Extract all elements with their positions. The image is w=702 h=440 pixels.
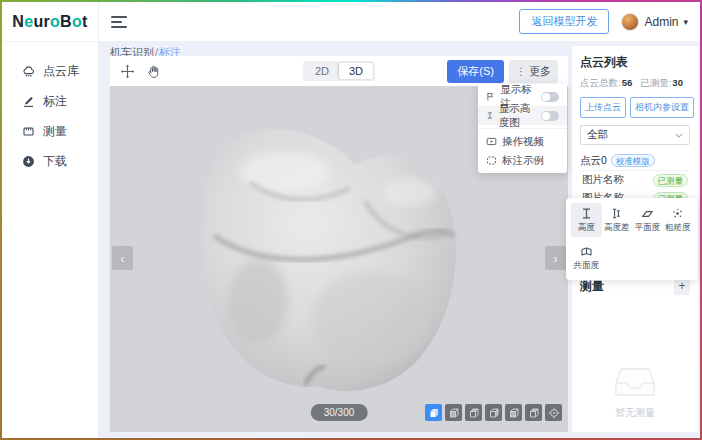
sidebar-nav: 点云库 标注 测量 下载 (2, 42, 98, 176)
mode-3d-button[interactable]: 3D (339, 63, 373, 79)
coplanarity-icon (580, 245, 593, 258)
dots-vertical-icon: ⋮ (516, 66, 526, 77)
panel-stats: 点云总数:56 已测量:30 (580, 77, 690, 90)
chevron-down-icon (675, 133, 683, 138)
cloud-icon (22, 65, 35, 78)
view-orientation-buttons (425, 404, 562, 421)
total-value: 56 (622, 77, 633, 88)
sidebar-item-download[interactable]: 下载 (2, 146, 98, 176)
show-heightmap-toggle[interactable] (541, 111, 559, 121)
tool-roughness[interactable]: 粗糙度 (663, 203, 694, 237)
username: Admin (644, 15, 678, 29)
tool-flatness[interactable]: 平面度 (632, 203, 663, 237)
sidebar-item-measure[interactable]: 测量 (2, 116, 98, 146)
tool-label: 高度 (578, 222, 595, 234)
logo-letter: B (60, 13, 72, 31)
flatness-icon (641, 207, 654, 220)
pointcloud-name: 点云0 (580, 154, 607, 168)
camera-intrinsics-button[interactable]: 相机内参设置 (630, 97, 694, 118)
view-cube-back-button[interactable] (505, 404, 522, 421)
pen-icon (22, 95, 35, 108)
tool-coplanarity[interactable]: 共面度 (571, 241, 602, 275)
sidebar-item-annotate[interactable]: 标注 (2, 86, 98, 116)
menu-item-tutorial-video[interactable]: 操作视频 (478, 132, 567, 151)
measured-tag: 已测量 (653, 174, 689, 187)
tool-label: 高度差 (604, 222, 630, 234)
add-measurement-button[interactable]: + (674, 279, 690, 295)
hand-grab-icon[interactable] (147, 64, 162, 79)
view-cube-side-button[interactable] (485, 404, 502, 421)
recenter-crosshair-button[interactable] (545, 404, 562, 421)
avatar (621, 13, 639, 31)
total-label: 点云总数: (580, 77, 621, 88)
topbar-right: 返回模型开发 Admin ▾ (519, 9, 688, 34)
download-icon (22, 155, 35, 168)
app-window: NeuroBot 点云库 标注 测量 下载 返回模型开发 (2, 2, 700, 438)
viewport-tools (120, 64, 162, 79)
more-dropdown-menu: 显示标注 显示高度图 操作视频 标注示例 (478, 84, 567, 173)
back-to-model-dev-button[interactable]: 返回模型开发 (519, 9, 609, 34)
more-button[interactable]: ⋮ 更多 (509, 60, 558, 83)
tool-height[interactable]: 高度 (571, 203, 602, 237)
view-cube-default-button[interactable] (425, 404, 442, 421)
logo-letter: ur (33, 13, 50, 31)
tool-label: 平面度 (635, 222, 661, 234)
tool-label: 共面度 (574, 260, 600, 272)
tool-label: 粗糙度 (665, 222, 691, 234)
prev-arrow-button[interactable]: ‹ (112, 246, 133, 270)
sidebar-item-label: 测量 (43, 123, 67, 140)
logo-letter: o (50, 13, 60, 31)
empty-state-text: 暂无测量 (572, 406, 698, 420)
panel-buttons: 上传点云 相机内参设置 (580, 97, 690, 118)
sidebar: NeuroBot 点云库 标注 测量 下载 (2, 2, 99, 438)
pointcloud-item[interactable]: 点云0 校准模版 (580, 151, 690, 171)
video-icon (486, 136, 497, 147)
template-tag: 校准模版 (611, 154, 655, 167)
next-arrow-button[interactable]: › (545, 246, 566, 270)
menu-item-show-heightmap[interactable]: 显示高度图 (478, 106, 567, 125)
gradient-frame: NeuroBot 点云库 标注 测量 下载 返回模型开发 (0, 0, 702, 440)
logo-letter: e (24, 13, 33, 31)
more-button-label: 更多 (529, 64, 551, 79)
measure-section-header: 测量 + (580, 278, 690, 295)
logo-letter: N (12, 13, 24, 31)
upload-pointcloud-button[interactable]: 上传点云 (580, 97, 626, 118)
height-icon (580, 207, 593, 220)
image-row[interactable]: 图片名称 已测量 (580, 171, 690, 189)
logo-letter: t (82, 13, 88, 31)
menu-item-label: 标注示例 (502, 154, 544, 168)
toolbar-actions: 保存(S) ⋮ 更多 (447, 60, 558, 83)
view-cube-top-button[interactable] (465, 404, 482, 421)
filter-value: 全部 (587, 128, 608, 142)
view-mode-switch: 2D 3D (303, 61, 375, 81)
filter-select[interactable]: 全部 (580, 125, 690, 145)
save-button[interactable]: 保存(S) (447, 60, 504, 83)
brand-logo: NeuroBot (2, 2, 98, 42)
collapse-sidebar-icon[interactable] (111, 16, 127, 28)
user-menu[interactable]: Admin ▾ (621, 13, 688, 31)
view-cube-bottom-button[interactable] (525, 404, 542, 421)
chevron-down-icon: ▾ (683, 17, 688, 27)
menu-item-label: 操作视频 (502, 135, 544, 149)
measure-tool-popover: 高度 高度差 平面度 粗糙度 共面度 (566, 198, 698, 280)
topbar: 返回模型开发 Admin ▾ (99, 2, 700, 42)
height-difference-icon (610, 207, 623, 220)
measured-label: 已测量: (640, 77, 671, 88)
show-annotation-toggle[interactable] (541, 92, 559, 102)
image-name: 图片名称 (582, 173, 624, 187)
measured-value: 30 (672, 77, 683, 88)
sidebar-item-label: 点云库 (43, 63, 79, 80)
sidebar-item-label: 标注 (43, 93, 67, 110)
measure-title: 测量 (580, 278, 604, 295)
mode-2d-button[interactable]: 2D (305, 63, 339, 79)
view-cube-front-button[interactable] (445, 404, 462, 421)
menu-item-annotation-example[interactable]: 标注示例 (478, 151, 567, 170)
frame-icon (486, 155, 497, 166)
tool-height-difference[interactable]: 高度差 (602, 203, 633, 237)
flag-icon (486, 91, 495, 102)
sidebar-item-pointcloud-library[interactable]: 点云库 (2, 56, 98, 86)
pan-move-icon[interactable] (120, 64, 135, 79)
logo-letter: o (72, 13, 82, 31)
sidebar-item-label: 下载 (43, 153, 67, 170)
height-icon (486, 110, 494, 121)
